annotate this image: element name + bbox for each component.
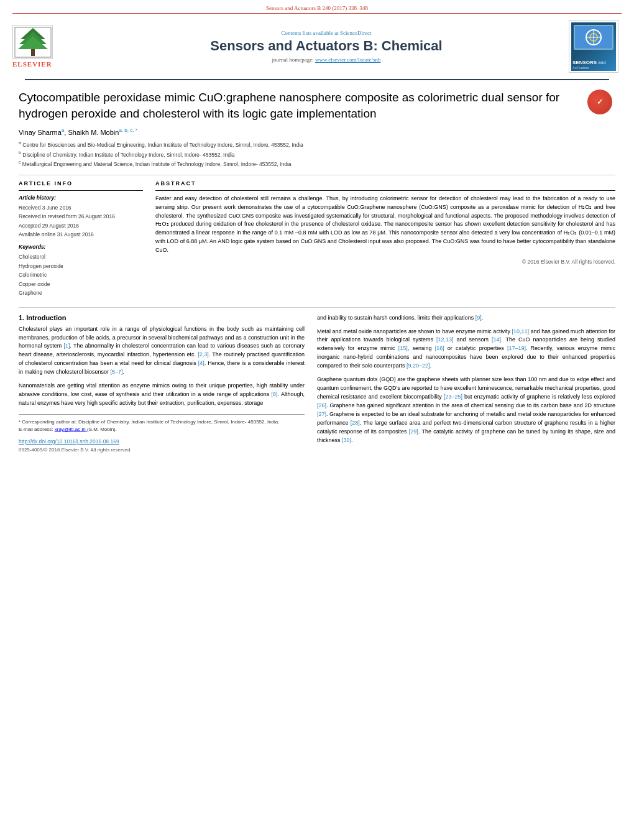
doi-link[interactable]: http://dx.doi.org/10.1016/j.snb.2016.08.… [19,438,305,445]
ref-10-11: [10,11] [512,328,529,335]
sensors-graphic [575,26,612,48]
ref-15: [15] [398,345,408,351]
article-info-abstract-grid: ARTICLE INFO Article history: Received 3… [19,180,615,298]
footnote-section: * Corresponding author at: Discipline of… [19,414,305,433]
ref-8: [8] [272,391,278,397]
article-info-column: ARTICLE INFO Article history: Received 3… [19,180,143,298]
available-date: Available online 31 August 2016 [19,230,143,239]
left-column: 1. Introduction Cholesterol plays an imp… [19,314,305,453]
ref-9-20-22: [9,20–22] [407,362,430,369]
ref-12-13: [12,13] [436,336,454,343]
elsevier-label-text: ELSEVIER [12,60,52,68]
right-paragraph-2: Metal and metal oxide nanoparticles are … [317,328,615,371]
section1-title: 1. Introduction [19,314,305,321]
left-paragraph-1: Cholesterol plays an important role in a… [19,325,305,377]
journal-header: Sensors and Actuators B 240 (2017) 338–3… [0,0,634,80]
revised-date: Received in revised form 26 August 2016 [19,212,143,221]
keywords-list: Cholesterol Hydrogen peroxide Colorimetr… [19,252,143,297]
affiliation-c: c Metallurgical Engineering and Material… [19,159,615,168]
ref-16: [16] [435,345,444,351]
article-divider [19,175,615,175]
keyword-4: Copper oxide [19,280,143,288]
ref-23-25: [23–25] [444,394,462,400]
sensors-logo-box: SENSORS and AcTuators [569,20,618,73]
keyword-3: Colorimetric [19,270,143,279]
ref-9: [9] [476,315,482,321]
abstract-text: Faster and easy detection of cholesterol… [155,195,615,256]
affiliation-b: b Discipline of Chemistry, Indian Instit… [19,150,615,159]
ref-17-19: [17–19] [507,345,526,351]
footnote-email-label: E-mail address: [19,427,53,432]
ref-5-7: [5–7] [111,369,123,375]
article-title: Cytocompatible peroxidase mimic CuO:grap… [19,90,615,121]
journal-homepage: journal homepage: www.elsevier.com/locat… [99,57,553,63]
journal-title: Sensors and Actuators B: Chemical [99,38,553,54]
elsevier-logo: ELSEVIER [12,25,87,68]
ref-28: [28] [351,420,360,426]
right-paragraph-3: Graphene quantum dots (GQD) are the grap… [317,376,615,445]
footer-rights: 0925-4005/© 2016 Elsevier B.V. All right… [19,447,305,453]
sciencedirect-text: Contents lists available at ScienceDirec… [282,30,372,36]
keyword-5: Graphene [19,288,143,297]
header-main-row: ELSEVIER Contents lists available at Sci… [12,17,622,75]
ref-2-3: [2,3] [198,351,209,358]
ref-30: [30] [342,437,351,443]
right-paragraph-1: and inability to sustain harsh condition… [317,314,615,323]
doi-text: http://dx.doi.org/10.1016/j.snb.2016.08.… [19,438,119,445]
authors-line: Vinay Sharmaa, Shaikh M. Mobina, b, c, * [19,127,615,136]
footnote-email-link[interactable]: xray@iiti.ac.in [55,427,87,432]
homepage-label: journal homepage: [272,57,314,63]
article-info-label: ARTICLE INFO [19,180,143,187]
ref-1: [1] [63,343,70,349]
ref-4: [4] [198,360,204,366]
received-date: Received 3 June 2016 [19,203,143,212]
article-info-divider [19,190,143,191]
sciencedirect-link[interactable]: Contents lists available at ScienceDirec… [99,30,553,36]
elsevier-tree-image [12,25,53,59]
footnote-email-name: (S.M. Mobin). [87,427,117,432]
history-items: Received 3 June 2016 Received in revised… [19,203,143,239]
abstract-column: ABSTRACT Faster and easy detection of ch… [155,180,615,298]
ref-26: [26] [317,402,326,408]
author-sup-a: a [62,127,64,133]
keyword-1: Cholesterol [19,252,143,261]
volume-info-text: Sensors and Actuators B 240 (2017) 338–3… [266,5,368,11]
title-text: Cytocompatible peroxidase mimic CuO:grap… [19,91,559,120]
journal-title-section: Contents lists available at ScienceDirec… [87,30,566,63]
left-paragraph-2: Nanomaterials are getting vital attentio… [19,382,305,408]
history-label: Article history: [19,195,143,201]
accepted-date: Accepted 29 August 2016 [19,221,143,230]
footnote-email-text: xray@iiti.ac.in [55,427,86,432]
svg-rect-0 [31,48,35,56]
copyright: © 2016 Elsevier B.V. All rights reserved… [155,259,615,265]
sensors-text-block: SENSORS and AcTuators [572,60,615,70]
author-sup-b: a, b, c, * [119,127,137,133]
journal-volume-info: Sensors and Actuators B 240 (2017) 338–3… [12,5,622,14]
elsevier-tree-svg [14,27,52,58]
homepage-link[interactable]: www.elsevier.com/locate/snb [315,57,380,63]
abstract-label: ABSTRACT [155,180,615,187]
keyword-2: Hydrogen peroxide [19,262,143,270]
sensors-subtitle: AcTuators [572,66,615,70]
footnote-corresponding: * Corresponding author at: Discipline of… [19,418,305,426]
sensors-logo: SENSORS and AcTuators [566,20,622,73]
affiliations: a Centre for Biosciences and Bio-Medical… [19,140,615,168]
abstract-divider [155,190,615,191]
crossmark-icon: ✓ [587,90,612,114]
two-col-body: 1. Introduction Cholesterol plays an imp… [19,314,615,453]
right-column: and inability to sustain harsh condition… [317,314,615,453]
article-content: Cytocompatible peroxidase mimic CuO:grap… [0,80,634,462]
sensors-logo-inner: SENSORS and AcTuators [571,22,616,71]
keywords-label: Keywords: [19,244,143,250]
page: Sensors and Actuators B 240 (2017) 338–3… [0,0,634,840]
homepage-url-text: www.elsevier.com/locate/snb [315,57,380,63]
ref-27: [27] [317,411,326,417]
body-divider [19,307,615,308]
footnote-email-line: E-mail address: xray@iiti.ac.in (S.M. Mo… [19,426,305,433]
ref-29: [29] [409,428,418,435]
affiliation-a: a Centre for Biosciences and Bio-Medical… [19,140,615,149]
ref-14: [14] [492,336,501,343]
sensors-title: SENSORS and [572,60,615,66]
sensors-logo-image [574,25,613,50]
crossmark-logo: ✓ [587,90,615,118]
